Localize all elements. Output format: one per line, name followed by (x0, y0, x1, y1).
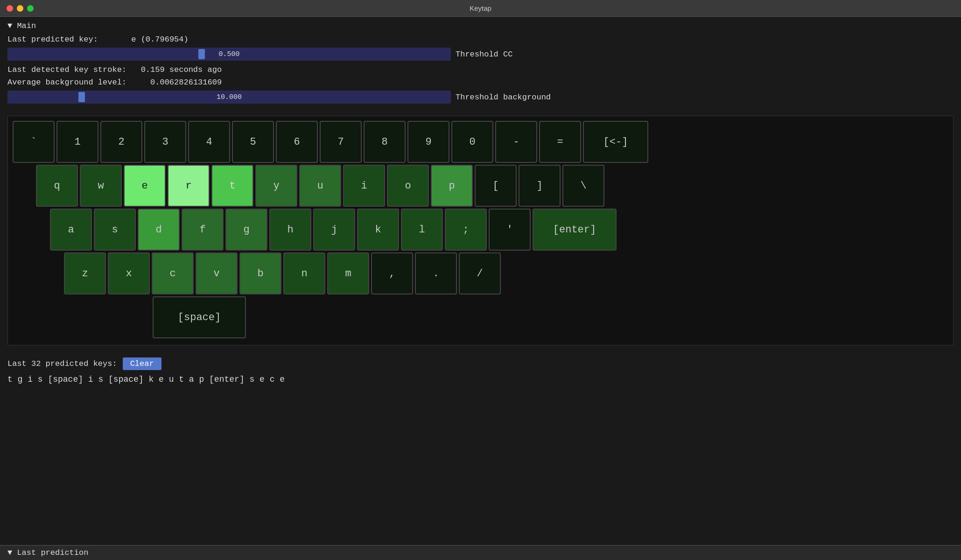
keyboard: ` 1 2 3 4 5 6 7 8 9 0 - = [<-] q w e r t… (7, 116, 954, 345)
key-y[interactable]: y (255, 165, 297, 207)
threshold-bg-label: Threshold background (456, 93, 551, 102)
key-5[interactable]: 5 (232, 121, 274, 163)
avg-background-row: Average background level: 0.006282613160… (7, 78, 954, 87)
key-o[interactable]: o (387, 165, 429, 207)
key-enter[interactable]: [enter] (533, 209, 617, 251)
main-section-header: ▼ Main (7, 21, 954, 30)
key-s[interactable]: s (94, 209, 136, 251)
key-e[interactable]: e (124, 165, 166, 207)
key-g[interactable]: g (225, 209, 267, 251)
key-row-4: z x c v b n m , . / (13, 252, 948, 294)
maximize-button[interactable] (27, 5, 34, 12)
key-q[interactable]: q (36, 165, 78, 207)
predicted-keys-label: Last 32 predicted keys: (7, 359, 117, 368)
key-0[interactable]: 0 (451, 121, 493, 163)
clear-button[interactable]: Clear (123, 357, 161, 370)
last-predicted-key-label: Last predicted key: (7, 35, 98, 44)
key-period[interactable]: . (415, 252, 457, 294)
avg-background-value: 0.0062826131609 (150, 78, 222, 87)
key-b[interactable]: b (239, 252, 281, 294)
key-8[interactable]: 8 (364, 121, 406, 163)
key-a[interactable]: a (50, 209, 92, 251)
threshold-bg-row: 10.000 Threshold background (7, 91, 954, 104)
key-x[interactable]: x (108, 252, 150, 294)
key-lbracket[interactable]: [ (475, 165, 517, 207)
key-comma[interactable]: , (371, 252, 413, 294)
close-button[interactable] (7, 5, 13, 12)
last-detected-stroke-value: 0.159 seconds ago (141, 65, 222, 74)
title-bar-buttons (7, 5, 34, 12)
key-f[interactable]: f (182, 209, 224, 251)
key-backtick[interactable]: ` (13, 121, 55, 163)
key-r[interactable]: r (168, 165, 210, 207)
key-1[interactable]: 1 (56, 121, 98, 163)
key-k[interactable]: k (357, 209, 399, 251)
key-rbracket[interactable]: ] (519, 165, 561, 207)
key-z[interactable]: z (64, 252, 106, 294)
key-slash[interactable]: / (459, 252, 501, 294)
threshold-cc-row: 0.500 Threshold CC (7, 48, 954, 61)
key-quote[interactable]: ' (489, 209, 531, 251)
title-bar: Keytap (0, 0, 961, 17)
key-row-5: [space] (13, 296, 948, 338)
key-d[interactable]: d (138, 209, 180, 251)
key-n[interactable]: n (283, 252, 325, 294)
threshold-cc-label: Threshold CC (456, 50, 512, 59)
key-t[interactable]: t (211, 165, 253, 207)
key-i[interactable]: i (343, 165, 385, 207)
key-c[interactable]: c (152, 252, 194, 294)
app-container: ▼ Main Last predicted key: e (0.796954) … (0, 17, 961, 560)
bottom-section: Last 32 predicted keys: Clear t g i s [s… (7, 357, 954, 389)
key-semicolon[interactable]: ; (445, 209, 487, 251)
key-4[interactable]: 4 (188, 121, 230, 163)
key-l[interactable]: l (401, 209, 443, 251)
key-backspace[interactable]: [<-] (583, 121, 648, 163)
key-2[interactable]: 2 (100, 121, 142, 163)
key-j[interactable]: j (313, 209, 355, 251)
key-equals[interactable]: = (539, 121, 581, 163)
last-predicted-key-row: Last predicted key: e (0.796954) (7, 35, 954, 44)
minimize-button[interactable] (17, 5, 23, 12)
last-detected-stroke-row: Last detected key stroke: 0.159 seconds … (7, 65, 954, 74)
key-row-1: ` 1 2 3 4 5 6 7 8 9 0 - = [<-] (13, 121, 948, 163)
key-7[interactable]: 7 (320, 121, 362, 163)
predicted-keys-row: Last 32 predicted keys: Clear (7, 357, 954, 370)
key-row-2: q w e r t y u i o p [ ] \ (13, 165, 948, 207)
key-p[interactable]: p (431, 165, 473, 207)
threshold-bg-slider[interactable]: 10.000 (7, 91, 451, 104)
key-u[interactable]: u (299, 165, 341, 207)
threshold-cc-value: 0.500 (7, 50, 451, 58)
key-h[interactable]: h (269, 209, 311, 251)
last-predicted-key-value: e (0.796954) (131, 35, 188, 44)
key-backslash[interactable]: \ (562, 165, 604, 207)
key-3[interactable]: 3 (144, 121, 186, 163)
predicted-text: t g i s [space] i s [space] k e u t a p … (7, 375, 954, 384)
threshold-cc-slider[interactable]: 0.500 (7, 48, 451, 61)
key-w[interactable]: w (80, 165, 122, 207)
last-prediction-header: ▼ Last prediction (0, 545, 961, 560)
key-m[interactable]: m (327, 252, 369, 294)
key-6[interactable]: 6 (276, 121, 318, 163)
key-v[interactable]: v (196, 252, 238, 294)
threshold-bg-value: 10.000 (7, 93, 451, 101)
key-row-3: a s d f g h j k l ; ' [enter] (13, 209, 948, 251)
app-title: Keytap (470, 4, 491, 12)
key-space[interactable]: [space] (153, 296, 246, 338)
key-9[interactable]: 9 (407, 121, 449, 163)
key-minus[interactable]: - (495, 121, 537, 163)
last-detected-stroke-label: Last detected key stroke: (7, 65, 126, 74)
avg-background-label: Average background level: (7, 78, 126, 87)
